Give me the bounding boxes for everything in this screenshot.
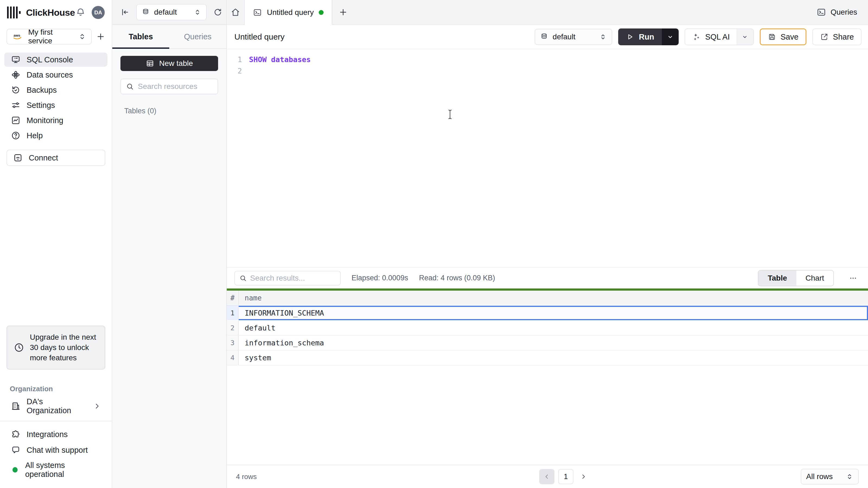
chevron-right-icon [93, 402, 101, 410]
resource-search-box [120, 78, 218, 94]
page-number[interactable]: 1 [558, 469, 574, 484]
integrations-link[interactable]: Integrations [11, 429, 101, 439]
share-button[interactable]: Share [812, 29, 862, 45]
view-chart-button[interactable]: Chart [796, 270, 833, 286]
text-cursor-icon [447, 109, 453, 120]
user-avatar[interactable]: DA [92, 6, 105, 19]
sparkles-icon [692, 32, 701, 41]
topbar-left: default [112, 0, 227, 24]
main-panel: Untitled query default [227, 25, 868, 488]
clock-icon [13, 342, 24, 353]
service-selector[interactable]: aws My first service [6, 29, 92, 44]
table-row[interactable]: 4 system [227, 351, 868, 365]
next-page-button[interactable] [577, 469, 590, 484]
column-header-index[interactable]: # [227, 291, 239, 305]
sidebar-footer: Integrations Chat with support All syste… [0, 421, 112, 488]
sql-ai-options-button[interactable] [737, 29, 753, 45]
upgrade-notice[interactable]: Upgrade in the next 30 days to unlock mo… [6, 326, 105, 369]
monitor-icon [11, 55, 21, 65]
table-row[interactable]: 2 default [227, 321, 868, 336]
sliders-icon [11, 100, 21, 110]
service-name: My first service [28, 28, 74, 45]
terminal-icon [816, 7, 826, 17]
row-number: 3 [227, 336, 239, 350]
chat-bubble-icon [11, 445, 21, 455]
run-options-button[interactable] [662, 29, 679, 45]
pagination: 1 [328, 469, 801, 484]
table-row[interactable]: 3 information_schema [227, 336, 868, 351]
puzzle-icon [11, 429, 21, 439]
view-table-button[interactable]: Table [758, 270, 796, 286]
chevron-updown-icon [78, 33, 86, 41]
chat-support-link[interactable]: Chat with support [11, 445, 101, 455]
sidebar-item-backups[interactable]: Backups [4, 83, 107, 97]
search-icon [239, 274, 247, 282]
tab-tables-label: Tables [129, 32, 153, 41]
line-number: 2 [227, 67, 242, 75]
save-floppy-icon [768, 33, 776, 41]
connect-button[interactable]: Connect [6, 150, 105, 166]
cell-name[interactable]: default [239, 321, 868, 335]
sql-ai-button[interactable]: SQL AI [685, 29, 737, 45]
building-icon [11, 401, 21, 411]
tab-tables[interactable]: Tables [112, 25, 169, 48]
chart-square-icon [11, 116, 21, 125]
results-footer: 4 rows 1 All rows [227, 465, 868, 488]
new-table-button[interactable]: New table [120, 56, 218, 71]
explorer-panel: Tables Queries New table [112, 25, 227, 488]
tab-queries[interactable]: Queries [169, 25, 226, 48]
run-button[interactable]: Run [618, 29, 661, 45]
clickhouse-logo-icon [7, 6, 21, 19]
sidebar-item-data-sources[interactable]: Data sources [4, 68, 107, 82]
sidebar-item-settings[interactable]: Settings [4, 98, 107, 112]
sidebar-item-label: Settings [27, 101, 55, 110]
notifications-bell-icon[interactable] [75, 7, 86, 18]
row-number: 4 [227, 351, 239, 365]
save-button[interactable]: Save [760, 29, 806, 45]
tab-untitled-query[interactable]: Untitled query [244, 0, 332, 25]
sidebar-item-sql-console[interactable]: SQL Console [4, 53, 107, 67]
new-tab-button[interactable] [332, 0, 354, 24]
system-status[interactable]: All systems operational [11, 461, 101, 479]
refresh-icon[interactable] [213, 8, 222, 17]
queries-button-label: Queries [831, 8, 857, 17]
sidebar-item-label: Backups [27, 86, 57, 95]
save-label: Save [781, 33, 799, 41]
sidebar: ClickHouse DA aws My first service [0, 0, 112, 488]
history-icon [11, 85, 21, 95]
table-row[interactable]: 1 INFORMATION_SCHEMA [227, 306, 868, 321]
results-search-input[interactable] [250, 274, 336, 283]
column-header-name[interactable]: name [239, 291, 868, 305]
upgrade-text: Upgrade in the next 30 days to unlock mo… [30, 332, 98, 363]
collapse-panel-icon[interactable] [120, 8, 130, 17]
page-size-selector[interactable]: All rows [801, 469, 859, 485]
sidebar-item-monitoring[interactable]: Monitoring [4, 113, 107, 127]
tables-count-label: Tables (0) [124, 107, 226, 115]
service-row: aws My first service [0, 25, 112, 44]
more-options-icon[interactable] [845, 273, 862, 283]
database-selector-top[interactable]: default [136, 4, 207, 20]
sidebar-item-label: Monitoring [27, 116, 63, 125]
run-label: Run [639, 33, 654, 41]
database-selector-toolbar[interactable]: default [535, 29, 612, 45]
cell-name[interactable]: INFORMATION_SCHEMA [239, 306, 868, 320]
resource-search-input[interactable] [138, 82, 213, 91]
chevron-updown-icon [194, 8, 201, 16]
add-service-button[interactable] [96, 32, 105, 41]
new-table-label: New table [159, 59, 193, 68]
code-line: 1 SHOW databases [227, 54, 868, 65]
home-tab-button[interactable] [227, 0, 244, 24]
line-number: 1 [227, 55, 242, 64]
query-title[interactable]: Untitled query [235, 32, 529, 41]
organization-selector[interactable]: DA's Organization [6, 398, 105, 414]
search-icon [126, 83, 134, 91]
sql-editor[interactable]: 1 SHOW databases 2 [227, 50, 868, 267]
cell-name[interactable]: system [239, 351, 868, 365]
share-label: Share [833, 33, 854, 41]
prev-page-button[interactable] [539, 469, 554, 484]
queries-button[interactable]: Queries [806, 0, 868, 24]
code-line: 2 [227, 65, 868, 76]
cell-name[interactable]: information_schema [239, 336, 868, 350]
status-label: All systems operational [25, 461, 101, 479]
sidebar-item-help[interactable]: Help [4, 129, 107, 142]
